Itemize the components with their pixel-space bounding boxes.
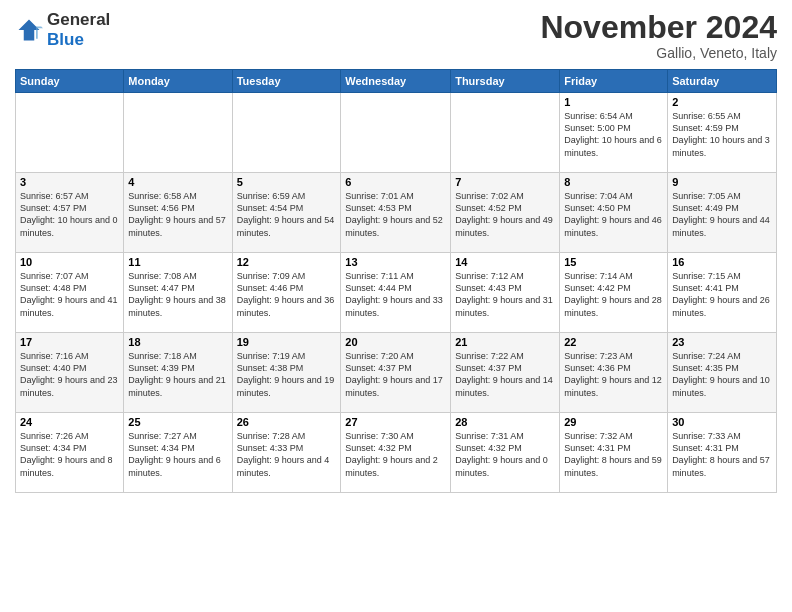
day-info: Sunrise: 6:55 AM Sunset: 4:59 PM Dayligh… xyxy=(672,110,772,159)
calendar-cell xyxy=(124,93,232,173)
calendar-cell: 4Sunrise: 6:58 AM Sunset: 4:56 PM Daylig… xyxy=(124,173,232,253)
calendar-cell: 26Sunrise: 7:28 AM Sunset: 4:33 PM Dayli… xyxy=(232,413,341,493)
day-info: Sunrise: 7:26 AM Sunset: 4:34 PM Dayligh… xyxy=(20,430,119,479)
day-number: 9 xyxy=(672,176,772,188)
calendar: Sunday Monday Tuesday Wednesday Thursday… xyxy=(15,69,777,493)
calendar-cell xyxy=(232,93,341,173)
calendar-cell: 24Sunrise: 7:26 AM Sunset: 4:34 PM Dayli… xyxy=(16,413,124,493)
day-info: Sunrise: 7:31 AM Sunset: 4:32 PM Dayligh… xyxy=(455,430,555,479)
day-info: Sunrise: 7:05 AM Sunset: 4:49 PM Dayligh… xyxy=(672,190,772,239)
col-wednesday: Wednesday xyxy=(341,70,451,93)
logo: General Blue xyxy=(15,10,110,50)
title-block: November 2024 Gallio, Veneto, Italy xyxy=(540,10,777,61)
col-thursday: Thursday xyxy=(451,70,560,93)
calendar-week-0: 1Sunrise: 6:54 AM Sunset: 5:00 PM Daylig… xyxy=(16,93,777,173)
calendar-cell: 12Sunrise: 7:09 AM Sunset: 4:46 PM Dayli… xyxy=(232,253,341,333)
day-number: 2 xyxy=(672,96,772,108)
calendar-cell: 7Sunrise: 7:02 AM Sunset: 4:52 PM Daylig… xyxy=(451,173,560,253)
day-info: Sunrise: 7:12 AM Sunset: 4:43 PM Dayligh… xyxy=(455,270,555,319)
calendar-cell: 9Sunrise: 7:05 AM Sunset: 4:49 PM Daylig… xyxy=(668,173,777,253)
day-info: Sunrise: 7:20 AM Sunset: 4:37 PM Dayligh… xyxy=(345,350,446,399)
calendar-cell: 28Sunrise: 7:31 AM Sunset: 4:32 PM Dayli… xyxy=(451,413,560,493)
day-info: Sunrise: 6:59 AM Sunset: 4:54 PM Dayligh… xyxy=(237,190,337,239)
calendar-cell: 6Sunrise: 7:01 AM Sunset: 4:53 PM Daylig… xyxy=(341,173,451,253)
col-friday: Friday xyxy=(560,70,668,93)
calendar-week-4: 24Sunrise: 7:26 AM Sunset: 4:34 PM Dayli… xyxy=(16,413,777,493)
calendar-cell: 1Sunrise: 6:54 AM Sunset: 5:00 PM Daylig… xyxy=(560,93,668,173)
day-info: Sunrise: 7:14 AM Sunset: 4:42 PM Dayligh… xyxy=(564,270,663,319)
calendar-cell: 5Sunrise: 6:59 AM Sunset: 4:54 PM Daylig… xyxy=(232,173,341,253)
day-number: 28 xyxy=(455,416,555,428)
calendar-cell: 21Sunrise: 7:22 AM Sunset: 4:37 PM Dayli… xyxy=(451,333,560,413)
calendar-cell: 18Sunrise: 7:18 AM Sunset: 4:39 PM Dayli… xyxy=(124,333,232,413)
calendar-cell: 8Sunrise: 7:04 AM Sunset: 4:50 PM Daylig… xyxy=(560,173,668,253)
day-info: Sunrise: 7:28 AM Sunset: 4:33 PM Dayligh… xyxy=(237,430,337,479)
day-info: Sunrise: 7:09 AM Sunset: 4:46 PM Dayligh… xyxy=(237,270,337,319)
day-info: Sunrise: 7:23 AM Sunset: 4:36 PM Dayligh… xyxy=(564,350,663,399)
calendar-cell: 14Sunrise: 7:12 AM Sunset: 4:43 PM Dayli… xyxy=(451,253,560,333)
day-number: 1 xyxy=(564,96,663,108)
day-number: 10 xyxy=(20,256,119,268)
calendar-cell: 19Sunrise: 7:19 AM Sunset: 4:38 PM Dayli… xyxy=(232,333,341,413)
day-info: Sunrise: 7:04 AM Sunset: 4:50 PM Dayligh… xyxy=(564,190,663,239)
day-number: 11 xyxy=(128,256,227,268)
day-number: 17 xyxy=(20,336,119,348)
calendar-cell: 20Sunrise: 7:20 AM Sunset: 4:37 PM Dayli… xyxy=(341,333,451,413)
calendar-cell: 27Sunrise: 7:30 AM Sunset: 4:32 PM Dayli… xyxy=(341,413,451,493)
calendar-week-1: 3Sunrise: 6:57 AM Sunset: 4:57 PM Daylig… xyxy=(16,173,777,253)
col-monday: Monday xyxy=(124,70,232,93)
calendar-cell: 11Sunrise: 7:08 AM Sunset: 4:47 PM Dayli… xyxy=(124,253,232,333)
calendar-cell: 2Sunrise: 6:55 AM Sunset: 4:59 PM Daylig… xyxy=(668,93,777,173)
day-info: Sunrise: 7:02 AM Sunset: 4:52 PM Dayligh… xyxy=(455,190,555,239)
day-number: 15 xyxy=(564,256,663,268)
day-number: 12 xyxy=(237,256,337,268)
day-info: Sunrise: 6:54 AM Sunset: 5:00 PM Dayligh… xyxy=(564,110,663,159)
calendar-cell: 10Sunrise: 7:07 AM Sunset: 4:48 PM Dayli… xyxy=(16,253,124,333)
day-number: 7 xyxy=(455,176,555,188)
logo-icon xyxy=(15,16,43,44)
day-info: Sunrise: 7:15 AM Sunset: 4:41 PM Dayligh… xyxy=(672,270,772,319)
day-info: Sunrise: 7:18 AM Sunset: 4:39 PM Dayligh… xyxy=(128,350,227,399)
day-info: Sunrise: 7:11 AM Sunset: 4:44 PM Dayligh… xyxy=(345,270,446,319)
day-info: Sunrise: 7:07 AM Sunset: 4:48 PM Dayligh… xyxy=(20,270,119,319)
day-number: 20 xyxy=(345,336,446,348)
day-info: Sunrise: 7:01 AM Sunset: 4:53 PM Dayligh… xyxy=(345,190,446,239)
calendar-cell: 30Sunrise: 7:33 AM Sunset: 4:31 PM Dayli… xyxy=(668,413,777,493)
calendar-week-3: 17Sunrise: 7:16 AM Sunset: 4:40 PM Dayli… xyxy=(16,333,777,413)
day-number: 23 xyxy=(672,336,772,348)
calendar-week-2: 10Sunrise: 7:07 AM Sunset: 4:48 PM Dayli… xyxy=(16,253,777,333)
day-number: 24 xyxy=(20,416,119,428)
weekday-header-row: Sunday Monday Tuesday Wednesday Thursday… xyxy=(16,70,777,93)
day-info: Sunrise: 7:24 AM Sunset: 4:35 PM Dayligh… xyxy=(672,350,772,399)
calendar-cell xyxy=(341,93,451,173)
day-info: Sunrise: 7:32 AM Sunset: 4:31 PM Dayligh… xyxy=(564,430,663,479)
day-number: 13 xyxy=(345,256,446,268)
calendar-cell: 23Sunrise: 7:24 AM Sunset: 4:35 PM Dayli… xyxy=(668,333,777,413)
page-header: General Blue November 2024 Gallio, Venet… xyxy=(15,10,777,61)
calendar-cell xyxy=(451,93,560,173)
day-number: 26 xyxy=(237,416,337,428)
location: Gallio, Veneto, Italy xyxy=(540,45,777,61)
calendar-cell: 13Sunrise: 7:11 AM Sunset: 4:44 PM Dayli… xyxy=(341,253,451,333)
day-number: 14 xyxy=(455,256,555,268)
day-number: 4 xyxy=(128,176,227,188)
day-number: 8 xyxy=(564,176,663,188)
calendar-cell xyxy=(16,93,124,173)
day-number: 30 xyxy=(672,416,772,428)
calendar-cell: 16Sunrise: 7:15 AM Sunset: 4:41 PM Dayli… xyxy=(668,253,777,333)
day-number: 6 xyxy=(345,176,446,188)
day-number: 5 xyxy=(237,176,337,188)
day-number: 21 xyxy=(455,336,555,348)
day-number: 29 xyxy=(564,416,663,428)
day-info: Sunrise: 6:58 AM Sunset: 4:56 PM Dayligh… xyxy=(128,190,227,239)
calendar-cell: 29Sunrise: 7:32 AM Sunset: 4:31 PM Dayli… xyxy=(560,413,668,493)
calendar-cell: 25Sunrise: 7:27 AM Sunset: 4:34 PM Dayli… xyxy=(124,413,232,493)
day-number: 3 xyxy=(20,176,119,188)
day-info: Sunrise: 7:08 AM Sunset: 4:47 PM Dayligh… xyxy=(128,270,227,319)
day-number: 25 xyxy=(128,416,227,428)
col-tuesday: Tuesday xyxy=(232,70,341,93)
logo-text: General Blue xyxy=(47,10,110,50)
day-info: Sunrise: 7:27 AM Sunset: 4:34 PM Dayligh… xyxy=(128,430,227,479)
day-number: 16 xyxy=(672,256,772,268)
day-info: Sunrise: 6:57 AM Sunset: 4:57 PM Dayligh… xyxy=(20,190,119,239)
